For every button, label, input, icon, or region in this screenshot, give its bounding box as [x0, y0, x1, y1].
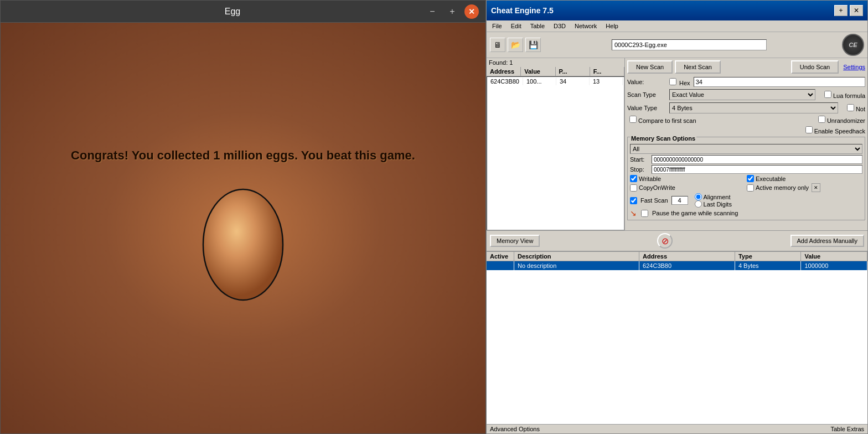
not-checkbox[interactable] — [847, 104, 854, 111]
stop-input[interactable] — [652, 165, 862, 174]
ce-maximize-button[interactable]: + — [834, 5, 848, 16]
unrandomizer-checkbox[interactable] — [818, 116, 825, 123]
add-address-manually-button[interactable]: Add Address Manually — [790, 235, 864, 247]
fast-scan-label: Fast Scan — [640, 197, 668, 204]
value-type-label: Value Type — [627, 105, 666, 111]
ce-close-button[interactable]: ✕ — [850, 5, 863, 16]
active-memory-label: Active memory only — [756, 184, 809, 191]
status-left[interactable]: Advanced Options — [490, 426, 540, 432]
compare-row: Compare to first scan Unrandomizer — [627, 116, 865, 124]
menu-d3d[interactable]: D3D — [550, 22, 569, 30]
egg-congrats-message: Congrats! You collected 1 million eggs. … — [71, 148, 415, 163]
next-scan-button[interactable]: Next Scan — [675, 60, 721, 74]
last-digits-radio[interactable] — [695, 200, 702, 208]
mem-all-row: All — [630, 144, 862, 154]
status-right[interactable]: Table Extras — [830, 426, 864, 432]
scan-col-value: Value — [521, 67, 555, 76]
mem-options-grid: Writable Executable CopyOnWrite Active m… — [630, 175, 862, 192]
egg-close-button[interactable]: ✕ — [464, 4, 479, 19]
process-name-input[interactable] — [612, 39, 767, 50]
new-scan-button[interactable]: New Scan — [627, 60, 673, 74]
executable-checkbox[interactable] — [747, 175, 754, 182]
fast-scan-input[interactable] — [671, 196, 688, 205]
writable-label: Writable — [639, 175, 661, 182]
stop-label: Stop: — [630, 166, 649, 173]
lua-formula-checkbox[interactable] — [824, 91, 831, 98]
scan-cell-address: 624C3B80 — [487, 78, 523, 85]
value-type-select[interactable]: 1 Byte 2 Bytes 4 Bytes 8 Bytes Float — [669, 102, 838, 113]
pause-checkbox[interactable] — [641, 210, 648, 217]
addr-col-type: Type — [735, 252, 802, 261]
addr-table-header: Active Description Address Type Value — [487, 252, 867, 261]
scan-type-select[interactable]: Exact Value Bigger than... Smaller than.… — [669, 89, 815, 100]
egg-image — [188, 174, 298, 308]
scan-cell-f: 13 — [590, 78, 623, 85]
last-digits-text: Last Digits — [704, 201, 732, 208]
addr-table-row[interactable]: No description 624C3B80 4 Bytes 1000000 — [487, 261, 867, 270]
memory-view-button[interactable]: Memory View — [490, 235, 540, 247]
ce-middle-bar: Memory View ⊘ Add Address Manually — [487, 230, 867, 251]
ce-main-area: Found: 1 Address Value P... F... 624C3B8… — [487, 58, 867, 230]
menu-help[interactable]: Help — [602, 22, 622, 30]
egg-window-controls: − + ✕ — [425, 4, 479, 19]
compare-first-text: Compare to first scan — [638, 117, 696, 124]
menu-edit[interactable]: Edit — [508, 22, 525, 30]
scan-results-list[interactable]: 624C3B80 100... 34 13 — [487, 76, 624, 230]
addr-cell-address: 624C3B80 — [639, 261, 735, 270]
writable-checkbox[interactable] — [630, 175, 637, 182]
undo-scan-button[interactable]: Undo Scan — [791, 60, 839, 74]
scan-col-f: F... — [590, 67, 624, 76]
active-memory-x-button[interactable]: ✕ — [812, 183, 820, 192]
alignment-options: Alignment Last Digits — [695, 193, 732, 208]
ce-window: Cheat Engine 7.5 + ✕ File Edit Table D3D… — [486, 0, 868, 434]
menu-file[interactable]: File — [489, 22, 505, 30]
menu-table[interactable]: Table — [527, 22, 548, 30]
scan-result-row[interactable]: 624C3B80 100... 34 13 — [487, 77, 624, 86]
scan-cell-value: 100... — [523, 78, 556, 85]
value-row: Value: Hex — [627, 77, 865, 87]
alignment-radio-label: Alignment — [695, 193, 732, 200]
addr-table-body[interactable]: No description 624C3B80 4 Bytes 1000000 — [487, 261, 867, 424]
alignment-radio[interactable] — [695, 193, 702, 200]
compare-first-checkbox[interactable] — [629, 116, 637, 123]
egg-window: Egg − + ✕ Congrats! You collected 1 mill… — [0, 0, 486, 434]
toolbar-btn-folder[interactable]: 📂 — [508, 38, 523, 52]
executable-option: Executable — [747, 175, 862, 182]
svg-point-0 — [203, 189, 283, 300]
scan-cell-p: 34 — [556, 78, 590, 85]
menu-network[interactable]: Network — [571, 22, 600, 30]
hex-checkbox[interactable] — [669, 78, 676, 85]
ce-statusbar: Advanced Options Table Extras — [487, 424, 867, 433]
value-input[interactable] — [694, 77, 865, 87]
addr-cell-active — [487, 261, 514, 270]
ce-address-table: Active Description Address Type Value No… — [487, 251, 867, 424]
pause-row: ↘ Pause the game while scanning — [630, 209, 862, 218]
value-label: Value: — [627, 79, 666, 85]
addr-col-description: Description — [514, 252, 639, 261]
egg-minimize-button[interactable]: − — [425, 4, 440, 19]
unrandomizer-text: Unrandomizer — [827, 117, 865, 124]
copy-on-write-checkbox[interactable] — [630, 184, 637, 192]
toolbar-btn-save[interactable]: 💾 — [525, 38, 541, 52]
mem-type-select[interactable]: All — [630, 144, 862, 154]
active-memory-checkbox[interactable] — [747, 184, 754, 192]
egg-title: Egg — [40, 7, 425, 17]
cancel-scan-button[interactable]: ⊘ — [657, 233, 673, 249]
scan-col-address: Address — [487, 67, 521, 76]
toolbar-btn-monitor[interactable]: 🖥 — [490, 38, 505, 52]
ce-logo-icon: CE — [842, 34, 864, 56]
settings-link[interactable]: Settings — [843, 64, 865, 70]
addr-cell-type: 4 Bytes — [735, 261, 802, 270]
fast-scan-checkbox[interactable] — [630, 197, 637, 204]
scan-col-p: P... — [556, 67, 590, 76]
mem-stop-row: Stop: — [630, 165, 862, 174]
addr-cell-description: No description — [514, 261, 639, 270]
egg-game-area: Congrats! You collected 1 million eggs. … — [1, 23, 485, 433]
copy-on-write-option: CopyOnWrite — [630, 183, 746, 192]
not-label: Not — [847, 104, 865, 112]
egg-maximize-button[interactable]: + — [445, 4, 460, 19]
start-label: Start: — [630, 156, 649, 163]
start-input[interactable] — [652, 155, 862, 164]
speedhack-label: Enable Speedhack — [805, 126, 865, 135]
speedhack-checkbox[interactable] — [805, 126, 813, 133]
